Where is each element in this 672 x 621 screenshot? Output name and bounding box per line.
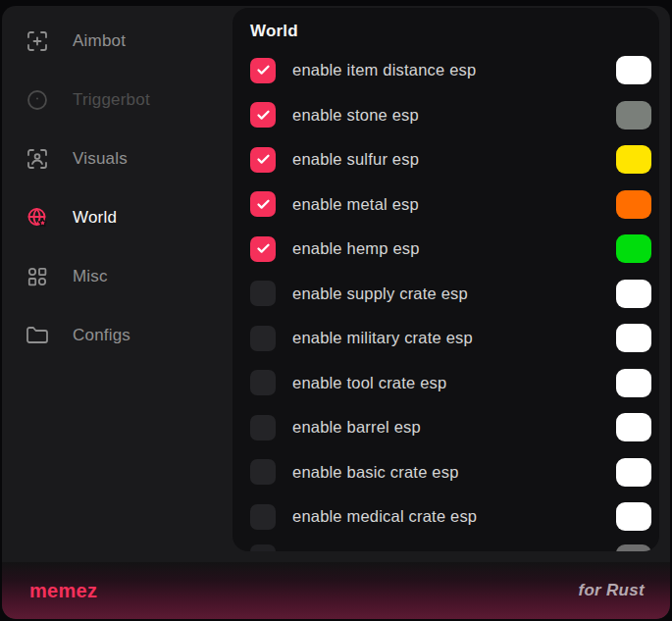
color-swatch[interactable]	[616, 369, 651, 397]
circle-dot-icon	[26, 88, 49, 112]
color-swatch[interactable]	[616, 145, 651, 174]
world-panel: World enable item distance esp enable st…	[233, 8, 659, 551]
setting-label: enable metal esp	[292, 195, 616, 214]
setting-label: enable tool crate esp	[292, 374, 616, 392]
color-swatch[interactable]	[616, 101, 651, 129]
partial-setting-row	[250, 544, 651, 552]
sidebar-item-label: Misc	[73, 267, 108, 286]
cheat-menu-window: Aimbot Triggerbot Visuals World Misc Con…	[2, 6, 670, 619]
setting-row: enable stone esp	[250, 93, 651, 138]
checkbox[interactable]	[250, 58, 276, 83]
setting-label: enable hemp esp	[292, 239, 616, 258]
checkbox[interactable]	[250, 326, 276, 351]
color-swatch-partial[interactable]	[616, 544, 651, 552]
footer-bar: memez for Rust	[2, 562, 670, 619]
checkbox[interactable]	[250, 102, 276, 128]
checkbox[interactable]	[250, 281, 276, 306]
page-title: World	[250, 22, 651, 41]
setting-label: enable barrel esp	[292, 418, 616, 437]
color-swatch[interactable]	[616, 324, 651, 352]
check-icon	[256, 241, 271, 256]
sidebar-item-triggerbot[interactable]: Triggerbot	[2, 71, 233, 129]
crosshair-icon	[26, 29, 49, 53]
checkbox[interactable]	[250, 459, 276, 485]
shapes-grid-icon	[26, 265, 49, 288]
color-swatch[interactable]	[616, 56, 651, 84]
check-icon	[256, 108, 271, 123]
setting-row: enable hemp esp	[250, 227, 651, 272]
color-swatch[interactable]	[616, 458, 651, 487]
sidebar-item-visuals[interactable]: Visuals	[2, 129, 233, 188]
color-swatch[interactable]	[616, 413, 651, 441]
checkbox[interactable]	[250, 370, 276, 395]
checkbox[interactable]	[250, 191, 276, 217]
setting-label: enable sulfur esp	[292, 150, 616, 169]
sidebar-item-label: World	[73, 208, 117, 228]
setting-label: enable military crate esp	[292, 329, 616, 347]
setting-row: enable military crate esp	[250, 316, 651, 361]
setting-label: enable item distance esp	[292, 61, 616, 79]
sidebar-item-world[interactable]: World	[2, 188, 233, 247]
sidebar-item-aimbot[interactable]: Aimbot	[2, 12, 233, 71]
check-icon	[256, 197, 271, 212]
setting-row: enable basic crate esp	[250, 450, 651, 495]
sidebar-item-label: Visuals	[73, 149, 128, 169]
setting-row: enable supply crate esp	[250, 272, 651, 317]
sidebar-item-label: Aimbot	[73, 31, 126, 51]
setting-label: enable stone esp	[292, 106, 616, 125]
folder-icon	[26, 324, 49, 347]
sidebar-item-label: Triggerbot	[73, 90, 150, 110]
setting-row: enable barrel esp	[250, 405, 651, 450]
checkbox[interactable]	[250, 147, 276, 173]
checkbox[interactable]	[250, 415, 276, 440]
setting-row: enable tool crate esp	[250, 361, 651, 406]
color-swatch[interactable]	[616, 280, 651, 308]
tagline-label: for Rust	[578, 581, 645, 600]
color-swatch[interactable]	[616, 234, 651, 263]
brand-label: memez	[29, 580, 97, 602]
setting-label: enable basic crate esp	[292, 463, 616, 482]
globe-star-icon	[26, 206, 49, 230]
color-swatch[interactable]	[616, 190, 651, 219]
setting-row: enable item distance esp	[250, 48, 651, 93]
sidebar-item-misc[interactable]: Misc	[2, 247, 233, 306]
user-scan-icon	[26, 147, 49, 171]
check-icon	[256, 63, 271, 78]
setting-row: enable metal esp	[250, 182, 651, 228]
setting-label: enable medical crate esp	[292, 507, 616, 526]
setting-row: enable medical crate esp	[250, 494, 651, 540]
setting-label: enable supply crate esp	[292, 285, 616, 303]
sidebar-item-label: Configs	[73, 326, 130, 345]
sidebar: Aimbot Triggerbot Visuals World Misc Con…	[2, 6, 233, 562]
check-icon	[256, 152, 271, 167]
setting-row: enable sulfur esp	[250, 137, 651, 182]
checkbox-partial[interactable]	[250, 544, 276, 552]
checkbox[interactable]	[250, 504, 276, 530]
settings-list: enable item distance esp enable stone es…	[250, 48, 651, 551]
checkbox[interactable]	[250, 236, 276, 262]
color-swatch[interactable]	[616, 502, 651, 531]
sidebar-item-configs[interactable]: Configs	[2, 306, 233, 365]
